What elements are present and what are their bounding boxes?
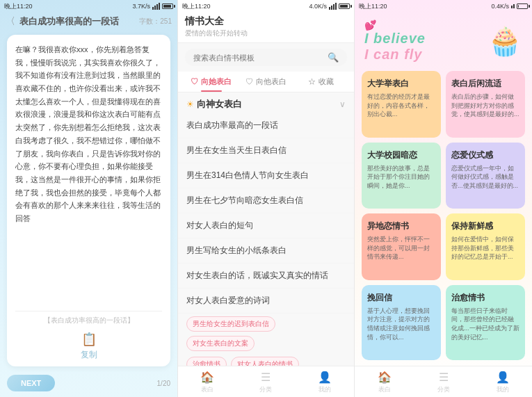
- card-healing-letter[interactable]: 治愈情书 每当那些日子来临时间，那些曾经的已经融化成...一种已经成为了新的美好…: [446, 285, 525, 360]
- panel1-footer: NEXT 1/20: [0, 371, 177, 397]
- section-title: 向神女表白: [197, 98, 337, 111]
- nav-home[interactable]: 🏠 表白: [355, 371, 414, 394]
- card-desc: 有过恋爱的经历才是最好的，内容各式各样，别出心裁...: [367, 92, 435, 119]
- tag[interactable]: 治愈情书: [186, 357, 227, 366]
- heart-icon: 💕: [364, 19, 426, 31]
- signal-icon: [152, 3, 160, 10]
- card-desc: 每当那些日子来临时间，那些曾经的已经融化成...一种已经成为了新的美好记忆...: [451, 307, 519, 341]
- hero-line2: I can fly: [364, 47, 426, 63]
- list-item[interactable]: 对女生表白的话，既诚实又真实的情话: [178, 264, 354, 289]
- copy-area: 📋 复制: [15, 330, 162, 361]
- cards-grid: 大学举表白 有过恋爱的经历才是最好的，内容各式各样，别出心裁... 表白后闲流适…: [355, 65, 532, 366]
- panel3-speed: 0.4K/s: [491, 3, 509, 10]
- nav-profile-label: 我的: [319, 385, 331, 394]
- tab-to-her[interactable]: ♡ 向她表白: [184, 72, 239, 92]
- list-item[interactable]: 男生在女生当天生日表白信: [178, 138, 354, 163]
- card-title: 治愈情书: [451, 292, 519, 304]
- nav-category[interactable]: ☰ 分类: [414, 371, 473, 394]
- card-desc: 恋爱仪式感一年中，如何做好仪式感，感触是否...使其感到是最好的...: [451, 164, 519, 191]
- bottom-nav: 🏠 表白 ☰ 分类 👤 我的: [355, 366, 532, 397]
- tag[interactable]: 对女生表白的文案: [186, 336, 255, 351]
- sun-icon: ☀: [186, 99, 194, 109]
- card-ldr-letter[interactable]: 异地恋情书 突然爱上你，怦怦不一样的感觉，可以用一封情书来传递...: [362, 213, 441, 280]
- card-desc: 基于人心理，想要挽回对方注意，提示对方的情绪或注意如何挽回感情，你可以...: [367, 307, 435, 341]
- category-icon: ☰: [261, 371, 271, 384]
- profile-icon: 👤: [496, 371, 510, 384]
- card-after-confession[interactable]: 表白后闲流适 表白后的步骤，如何做到把握好对方对你的感觉，使其感到是最好的...: [446, 71, 525, 138]
- card-freshness[interactable]: 保持新鲜感 如何在爱情中，如何保持那份新鲜感，那些美好的记忆总是开始于...: [446, 213, 525, 280]
- search-input[interactable]: [193, 54, 323, 62]
- nav-profile-label: 我的: [497, 385, 509, 394]
- panel3-status-icons: 0.4K/s: [491, 3, 528, 10]
- app-subtitle: 爱情的齿轮开始转动: [185, 29, 347, 38]
- content-card: 在嘛？我很喜欢你xxx，你先别着急答复我，慢慢听我说完，其实我喜欢你很久了，我不…: [7, 35, 170, 366]
- card-romance-ritual[interactable]: 恋爱仪式感 恋爱仪式感一年中，如何做好仪式感，感触是否...使其感到是最好的..…: [446, 143, 525, 209]
- nav-profile[interactable]: 👤 我的: [473, 371, 532, 394]
- card-title: 恋爱仪式感: [451, 149, 519, 161]
- card-desc: 表白后的步骤，如何做到把握好对方对你的感觉，使其感到是最好的...: [451, 92, 519, 119]
- home-icon: 🏠: [200, 371, 214, 384]
- signal-icon: [511, 4, 515, 8]
- list-item[interactable]: 对女人表白爱意的诗词: [178, 289, 354, 314]
- search-icon: 🔍: [328, 52, 339, 63]
- chevron-down-icon[interactable]: ∨: [339, 99, 346, 109]
- panel-3: 晚上11:20 0.4K/s 💕 I believe I can fly 🧁 大…: [355, 0, 532, 397]
- panel2-status-icons: 4.0K/s: [309, 3, 350, 10]
- card-campus-crush[interactable]: 大学校园暗恋 那些美好的故事，总是开始于那个你注目她的瞬间，她是你...: [362, 143, 441, 209]
- panel-2: 晚上11:20 4.0K/s 情书大全 爱情的齿轮开始转动 🔍 ♡ 向她表白 ♡…: [177, 0, 355, 397]
- card-title: 异地恋情书: [367, 220, 435, 232]
- card-university-confession[interactable]: 大学举表白 有过恋爱的经历才是最好的，内容各式各样，别出心裁...: [362, 71, 441, 138]
- nav-category[interactable]: ☰ 分类: [236, 371, 295, 394]
- tag[interactable]: 对女人表白的情书: [231, 357, 299, 366]
- tab-to-him[interactable]: ♡ 向他表白: [239, 72, 293, 92]
- tab-favorites[interactable]: ☆ 收藏: [293, 72, 348, 92]
- panel1-speed: 3.7K/s: [132, 3, 150, 10]
- panel2-statusbar: 晚上11:20 4.0K/s: [178, 0, 354, 13]
- hero-section: 💕 I believe I can fly 🧁: [355, 13, 532, 65]
- list-item[interactable]: 男生在七夕节向暗恋女生表白信: [178, 188, 354, 213]
- tag-row: 男生给女生的迟到表白信 对女生表白的文案: [178, 314, 354, 354]
- search-bar[interactable]: 🔍: [185, 49, 347, 66]
- battery-icon: [162, 3, 173, 9]
- card-win-back[interactable]: 挽回信 基于人心理，想要挽回对方注意，提示对方的情绪或注意如何挽回感情，你可以.…: [362, 285, 441, 360]
- panel3-time: 晚上11:20: [359, 2, 387, 11]
- home-icon: 🏠: [378, 371, 392, 384]
- card-desc: 突然爱上你，怦怦不一样的感觉，可以用一封情书来传递...: [367, 235, 435, 261]
- card-desc: 如何在爱情中，如何保持那份新鲜感，那些美好的记忆总是开始于...: [451, 235, 519, 261]
- panel1-title: 表白成功率很高的一段话: [19, 15, 135, 28]
- list-item[interactable]: 男生在314白色情人节向女生表白: [178, 163, 354, 188]
- tabs: ♡ 向她表白 ♡ 向他表白 ☆ 收藏: [178, 72, 354, 92]
- category-icon: ☰: [439, 371, 449, 384]
- section-header: ☀ 向神女表白 ∨: [178, 92, 354, 113]
- signal-icon: [329, 3, 337, 10]
- panel2-speed: 4.0K/s: [309, 3, 327, 10]
- next-button[interactable]: NEXT: [7, 375, 55, 391]
- pagination: 1/20: [157, 380, 170, 387]
- list-item[interactable]: 表白成功率最高的一段话: [178, 113, 354, 138]
- card-desc: 那些美好的故事，总是开始于那个你注目她的瞬间，她是你...: [367, 164, 435, 191]
- panel2-time: 晚上11:20: [182, 2, 211, 11]
- battery-icon: [517, 3, 528, 9]
- panel-1: 晚上11:20 3.7K/s 〈 表白成功率很高的一段话 字数：251 在嘛？我…: [0, 0, 177, 397]
- copy-icon[interactable]: 📋: [79, 330, 99, 349]
- card-title: 保持新鲜感: [451, 220, 519, 232]
- nav-category-label: 分类: [437, 385, 450, 394]
- profile-icon: 👤: [318, 371, 332, 384]
- battery-icon: [339, 3, 350, 9]
- nav-profile[interactable]: 👤 我的: [296, 371, 354, 394]
- hero-text: 💕 I believe I can fly: [364, 19, 426, 63]
- card-title: 挽回信: [367, 292, 435, 304]
- list: 表白成功率最高的一段话 男生在女生当天生日表白信 男生在314白色情人节向女生表…: [178, 113, 354, 366]
- tag[interactable]: 男生给女生的迟到表白信: [186, 316, 275, 332]
- back-button[interactable]: 〈: [6, 15, 15, 28]
- card-title: 表白后闲流适: [451, 78, 519, 90]
- hero-line1: I believe: [364, 31, 426, 47]
- content-text: 在嘛？我很喜欢你xxx，你先别着急答复我，慢慢听我说完，其实我喜欢你很久了，我不…: [15, 43, 162, 305]
- copy-button[interactable]: 复制: [81, 349, 97, 361]
- panel1-status-icons: 3.7K/s: [132, 3, 173, 10]
- list-item[interactable]: 对女人表白的短句: [178, 213, 354, 238]
- list-item[interactable]: 男生写给女生的小纸条表白: [178, 238, 354, 264]
- source-label: 【表白成功率很高的一段话】: [15, 311, 162, 325]
- nav-home[interactable]: 🏠 表白: [178, 371, 236, 394]
- nav-category-label: 分类: [259, 385, 272, 394]
